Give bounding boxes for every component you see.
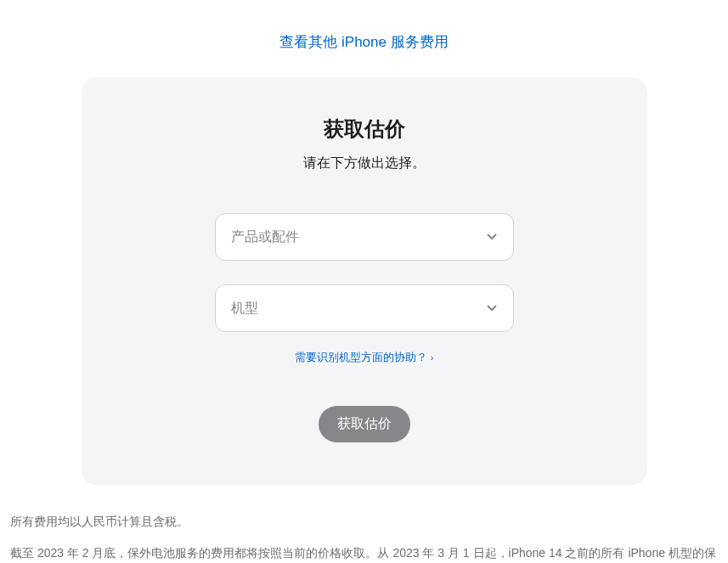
model-select[interactable]: 机型	[215, 284, 514, 332]
top-link-section: 查看其他 iPhone 服务费用	[8, 0, 720, 77]
view-other-services-link[interactable]: 查看其他 iPhone 服务费用	[279, 34, 448, 50]
footer-line-2-part1: 截至 2023 年 2 月底，保外电池服务的费用都将按照当前的价格收取。从 20…	[10, 546, 716, 563]
footer-line-2: 截至 2023 年 2 月底，保外电池服务的费用都将按照当前的价格收取。从 20…	[10, 542, 718, 563]
footer-text: 所有费用均以人民币计算且含税。 截至 2023 年 2 月底，保外电池服务的费用…	[8, 510, 720, 563]
help-link-section: 需要识别机型方面的协助？›	[116, 349, 613, 365]
help-link-label: 需要识别机型方面的协助？	[295, 351, 427, 363]
product-select[interactable]: 产品或配件	[215, 213, 514, 261]
model-select-wrapper: 机型	[215, 284, 514, 332]
product-select-wrapper: 产品或配件	[215, 213, 514, 261]
card-subtitle: 请在下方做出选择。	[116, 155, 613, 172]
card-title: 获取估价	[116, 115, 613, 143]
identify-model-help-link[interactable]: 需要识别机型方面的协助？›	[295, 351, 434, 363]
chevron-down-icon	[486, 302, 498, 314]
model-select-placeholder: 机型	[231, 300, 258, 318]
chevron-right-icon: ›	[431, 352, 434, 363]
chevron-down-icon	[486, 231, 498, 243]
product-select-placeholder: 产品或配件	[231, 228, 299, 246]
estimate-card: 获取估价 请在下方做出选择。 产品或配件 机型 需要识别机型方面的协助？›	[82, 77, 647, 485]
footer-line-1: 所有费用均以人民币计算且含税。	[10, 510, 718, 533]
get-estimate-button[interactable]: 获取估价	[319, 406, 410, 442]
